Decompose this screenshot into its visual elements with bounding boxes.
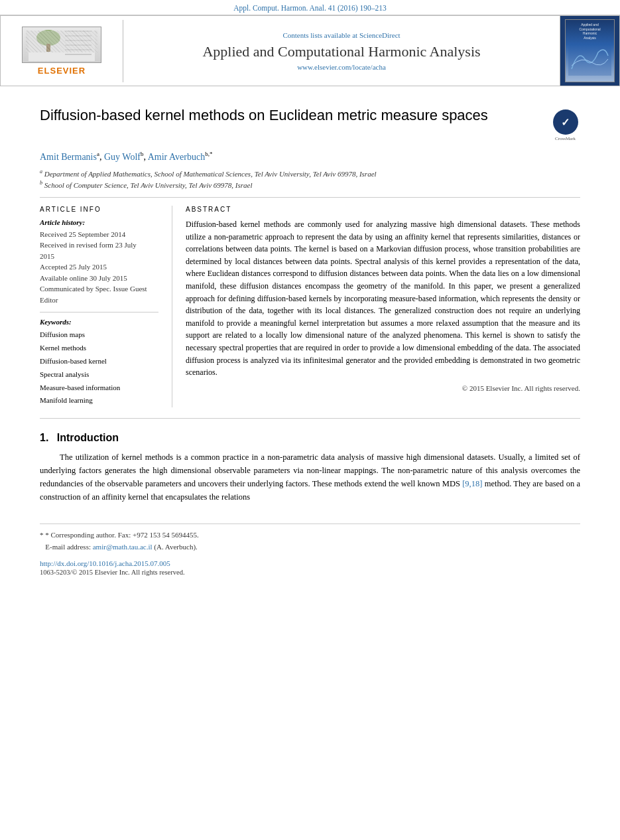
journal-cover-thumbnail: Applied andComputationalHarmonicAnalysis bbox=[565, 19, 615, 82]
keyword-1: Diffusion maps bbox=[40, 328, 158, 342]
journal-ref-text: Appl. Comput. Harmon. Anal. 41 (2016) 19… bbox=[233, 4, 387, 12]
sciencedirect-label: Contents lists available at ScienceDirec… bbox=[137, 31, 546, 39]
journal-url[interactable]: www.elsevier.com/locate/acha bbox=[137, 63, 546, 71]
col-divider bbox=[40, 312, 158, 313]
email-label: E-mail address: bbox=[45, 543, 91, 551]
journal-header-center: Contents lists available at ScienceDirec… bbox=[123, 25, 560, 78]
elsevier-logo: ELSEVIER bbox=[22, 27, 101, 76]
footnote-corresponding-text: * Corresponding author. Fax: +972 153 54… bbox=[45, 531, 198, 539]
history-label: Article history: bbox=[40, 218, 158, 226]
author2-name: Guy Wolf bbox=[104, 152, 141, 162]
affiliation-b: b School of Computer Science, Tel Aviv U… bbox=[40, 179, 580, 190]
issn-line: 1063-5203/© 2015 Elsevier Inc. All right… bbox=[40, 569, 580, 576]
keywords-label: Keywords: bbox=[40, 318, 158, 326]
divider-after-affiliations bbox=[40, 197, 580, 198]
article-info-header: ARTICLE INFO bbox=[40, 206, 158, 213]
elsevier-logo-area: ELSEVIER bbox=[1, 20, 123, 82]
introduction-paragraph: The utilization of kernel methods is a c… bbox=[40, 451, 580, 504]
journal-title: Applied and Computational Harmonic Analy… bbox=[137, 43, 546, 60]
history-received: Received 25 September 2014 bbox=[40, 229, 158, 240]
paper-title: Diffusion-based kernel methods on Euclid… bbox=[40, 106, 540, 125]
email-link[interactable]: amir@math.tau.ac.il bbox=[93, 543, 153, 551]
doi-text: http://dx.doi.org/10.1016/j.acha.2015.07… bbox=[40, 559, 170, 567]
svg-point-1 bbox=[36, 30, 60, 46]
history-accepted: Accepted 25 July 2015 bbox=[40, 261, 158, 273]
keywords-section: Keywords: Diffusion maps Kernel methods … bbox=[40, 318, 158, 407]
journal-header: ELSEVIER Contents lists available at Sci… bbox=[0, 15, 620, 86]
crossmark-icon: ✓ bbox=[553, 109, 578, 135]
citation-mds[interactable]: [9,18] bbox=[462, 479, 482, 488]
copyright-line: © 2015 Elsevier Inc. All rights reserved… bbox=[186, 384, 580, 392]
doi-line[interactable]: http://dx.doi.org/10.1016/j.acha.2015.07… bbox=[40, 559, 580, 567]
crossmark-badge[interactable]: ✓ CrossMark bbox=[550, 109, 580, 141]
footnote-email-line: E-mail address: amir@math.tau.ac.il (A. … bbox=[40, 541, 580, 553]
cover-title-text: Applied andComputationalHarmonicAnalysis bbox=[579, 23, 600, 40]
abstract-text: Diffusion-based kernel methods are commo… bbox=[186, 218, 580, 379]
footnote-corresponding: * * Corresponding author. Fax: +972 153 … bbox=[40, 529, 580, 541]
crossmark-label: CrossMark bbox=[555, 136, 576, 141]
authors-line: Amit Bermanisa, Guy Wolfb, Amir Averbuch… bbox=[40, 151, 580, 163]
article-info-column: ARTICLE INFO Article history: Received 2… bbox=[40, 206, 172, 407]
keyword-2: Kernel methods bbox=[40, 342, 158, 355]
journal-cover-area: Applied andComputationalHarmonicAnalysis bbox=[560, 16, 619, 86]
author3-name: Amir Averbuch bbox=[148, 152, 205, 162]
footnote-area: * * Corresponding author. Fax: +972 153 … bbox=[40, 524, 580, 553]
history-revised: Received in revised form 23 July2015 bbox=[40, 240, 158, 261]
elsevier-logo-image bbox=[22, 27, 101, 63]
sciencedirect-link-text[interactable]: ScienceDirect bbox=[359, 31, 401, 39]
journal-ref-bar: Appl. Comput. Harmon. Anal. 41 (2016) 19… bbox=[0, 0, 620, 15]
footnote-star: * bbox=[40, 531, 45, 539]
keyword-3: Diffusion-based kernel bbox=[40, 355, 158, 368]
affiliations: a Department of Applied Mathematics, Sch… bbox=[40, 168, 580, 190]
abstract-header: ABSTRACT bbox=[186, 206, 580, 213]
svg-rect-9 bbox=[568, 42, 611, 76]
article-history: Article history: Received 25 September 2… bbox=[40, 218, 158, 306]
article-info-abstract: ARTICLE INFO Article history: Received 2… bbox=[40, 206, 580, 407]
divider-after-abstract bbox=[40, 418, 580, 419]
keyword-5: Measure-based information bbox=[40, 382, 158, 395]
paper-title-section: Diffusion-based kernel methods on Euclid… bbox=[40, 106, 580, 141]
author1-name: Amit Bermanis bbox=[40, 152, 97, 162]
svg-rect-0 bbox=[29, 28, 95, 61]
email-suffix: (A. Averbuch). bbox=[154, 543, 197, 551]
issn-text: 1063-5203/© 2015 Elsevier Inc. All right… bbox=[40, 569, 185, 576]
svg-rect-2 bbox=[46, 44, 50, 52]
section-title-text: Introduction bbox=[57, 432, 119, 443]
elsevier-brand-text: ELSEVIER bbox=[38, 66, 86, 76]
section-title: 1. Introduction bbox=[40, 432, 580, 444]
abstract-column: ABSTRACT Diffusion-based kernel methods … bbox=[172, 206, 580, 407]
history-communicated: Communicated by Spec. Issue Guest Editor bbox=[40, 283, 158, 305]
history-online: Available online 30 July 2015 bbox=[40, 273, 158, 284]
introduction-section: 1. Introduction The utilization of kerne… bbox=[40, 432, 580, 504]
keyword-6: Manifold learning bbox=[40, 394, 158, 407]
affiliation-a: a Department of Applied Mathematics, Sch… bbox=[40, 168, 580, 179]
paper-content: Diffusion-based kernel methods on Euclid… bbox=[0, 86, 620, 589]
keyword-4: Spectral analysis bbox=[40, 368, 158, 382]
section-number: 1. bbox=[40, 432, 48, 443]
